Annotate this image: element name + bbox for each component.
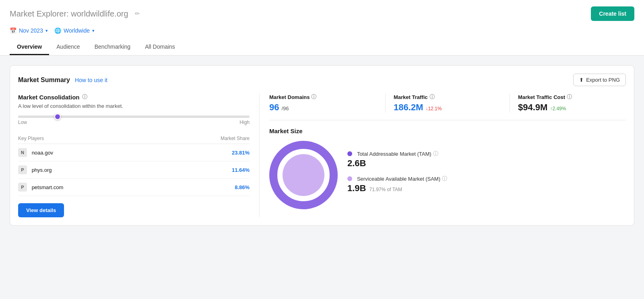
sam-dot (347, 176, 352, 181)
date-filter-label: Nov 2023 (19, 27, 43, 34)
domain-icon: P (18, 183, 27, 192)
player-share: 8.86% (159, 179, 250, 196)
tam-label: Total Addressable Market (TAM) (357, 151, 431, 157)
location-chevron-icon: ▾ (92, 28, 95, 33)
page-title-domain: worldwildlife.org (71, 9, 128, 18)
col-share-header: Market Share (159, 133, 250, 144)
slider-max-label: High (239, 120, 250, 125)
col-players-header: Key Players (18, 133, 159, 144)
sam-info-icon[interactable]: ⓘ (442, 175, 447, 181)
tam-value: 2.6B (347, 158, 626, 169)
key-players-table: Key Players Market Share N noaa.gov 23.8… (18, 133, 250, 196)
consolidation-info-icon[interactable]: ⓘ (82, 93, 87, 101)
consolidation-slider[interactable]: Low High (18, 115, 250, 125)
sam-legend-item: Serviceable Available Market (SAM) ⓘ 1.9… (347, 175, 626, 194)
export-button[interactable]: ⬆ Export to PNG (573, 74, 626, 86)
market-traffic-cost-info-icon[interactable]: ⓘ (567, 93, 572, 101)
sam-value: 1.9B (347, 183, 366, 194)
create-list-button[interactable]: Create list (591, 6, 634, 21)
view-details-button[interactable]: View details (18, 203, 64, 217)
domain-icon: P (18, 165, 27, 174)
edit-icon[interactable]: ✏ (135, 10, 140, 17)
metric-market-domains: Market Domains ⓘ 96/96 (269, 93, 386, 113)
tam-info-icon[interactable]: ⓘ (433, 151, 438, 157)
upload-icon: ⬆ (579, 77, 584, 83)
player-name: P phys.org (18, 161, 159, 179)
traffic-cost-change: ↑2.49% (550, 106, 566, 111)
calendar-icon: 📅 (10, 27, 17, 34)
right-panel: Market Domains ⓘ 96/96 Market Traffic ⓘ (260, 93, 626, 217)
player-share: 11.64% (159, 161, 250, 179)
export-label: Export to PNG (586, 77, 620, 83)
location-filter-button[interactable]: 🌐 Worldwide ▾ (54, 26, 95, 35)
table-row: N noaa.gov 23.81% (18, 144, 250, 161)
svg-point-1 (283, 154, 324, 196)
market-size-legend: Total Addressable Market (TAM) ⓘ 2.6B Se… (347, 150, 626, 200)
date-filter-button[interactable]: 📅 Nov 2023 ▾ (10, 26, 48, 35)
date-chevron-icon: ▾ (45, 28, 48, 33)
market-consolidation-title: Market Consolidation ⓘ (18, 93, 250, 101)
table-row: P petsmart.com 8.86% (18, 179, 250, 196)
market-size-donut-chart (269, 141, 338, 209)
slider-min-label: Low (18, 120, 27, 125)
market-size-title: Market Size (269, 128, 626, 134)
location-filter-label: Worldwide (64, 27, 90, 34)
metric-market-traffic: Market Traffic ⓘ 186.2M ↓12.1% (386, 93, 510, 113)
card-title: Market Summary (18, 76, 70, 84)
player-name: N noaa.gov (18, 144, 159, 161)
globe-icon: 🌐 (54, 27, 61, 34)
how-to-use-link[interactable]: How to use it (75, 77, 107, 83)
tab-benchmarking[interactable]: Benchmarking (87, 39, 138, 55)
page-title-prefix: Market Explorer: (10, 9, 69, 18)
market-traffic-info-icon[interactable]: ⓘ (429, 93, 435, 101)
tab-overview[interactable]: Overview (10, 39, 49, 55)
player-name: P petsmart.com (18, 179, 159, 196)
market-domains-info-icon[interactable]: ⓘ (311, 93, 316, 101)
domain-icon: N (18, 148, 27, 157)
consolidation-description: A low level of consolidation within the … (18, 103, 250, 109)
tab-all-domains[interactable]: All Domains (138, 39, 182, 55)
traffic-change: ↓12.1% (425, 106, 442, 111)
sam-sub: 71.97% of TAM (369, 187, 402, 192)
market-size-section: Market Size (269, 128, 626, 209)
table-row: P phys.org 11.64% (18, 161, 250, 179)
page-title: Market Explorer: worldwildlife.org (10, 9, 128, 19)
nav-tabs: Overview Audience Benchmarking All Domai… (10, 39, 634, 55)
tab-audience[interactable]: Audience (49, 39, 87, 55)
player-share: 23.81% (159, 144, 250, 161)
metric-market-traffic-cost: Market Traffic Cost ⓘ $94.9M ↑2.49% (510, 93, 626, 113)
left-panel: Market Consolidation ⓘ A low level of co… (18, 93, 260, 217)
tam-dot (347, 151, 352, 156)
metrics-row: Market Domains ⓘ 96/96 Market Traffic ⓘ (269, 93, 626, 120)
sam-label: Serviceable Available Market (SAM) (357, 176, 440, 182)
tam-legend-item: Total Addressable Market (TAM) ⓘ 2.6B (347, 150, 626, 169)
market-summary-card: Market Summary How to use it ⬆ Export to… (10, 65, 634, 226)
